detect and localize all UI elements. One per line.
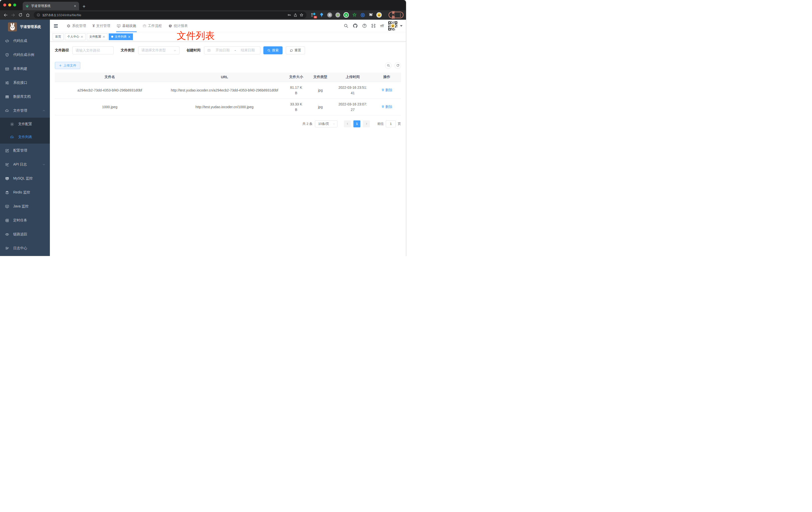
sidebar-item-file-management[interactable]: 文件管理 bbox=[0, 104, 50, 118]
search-button[interactable]: 搜索 bbox=[263, 47, 283, 54]
emoji-profile-icon[interactable] bbox=[376, 12, 382, 18]
reload-icon[interactable] bbox=[17, 12, 24, 18]
translate-extension-icon[interactable]: 11 bbox=[311, 12, 316, 18]
browser-menu-icon[interactable] bbox=[400, 13, 401, 17]
sidebar-item-file-config[interactable]: 文件配置 bbox=[0, 118, 50, 131]
toggle-search-icon[interactable] bbox=[385, 62, 392, 69]
sidebar-item-code-generation[interactable]: 代码生成 bbox=[0, 34, 50, 48]
page-size-select[interactable]: 10条/页 bbox=[315, 120, 338, 127]
sidebar-item-config-management[interactable]: 配置管理 bbox=[0, 144, 50, 157]
date-range-picker[interactable]: 开始日期 - 结束日期 bbox=[204, 47, 260, 54]
topnav-workflow[interactable]: 工作流程 bbox=[139, 20, 165, 32]
page-number-current[interactable]: 1 bbox=[353, 120, 360, 127]
pie-chart-icon bbox=[168, 24, 172, 28]
sidebar-item-file-list[interactable]: 文件列表 bbox=[0, 131, 50, 144]
address-bar[interactable]: 127.0.0.1:1024/infra/file/file bbox=[34, 11, 307, 19]
sidebar-item-scheduled-tasks[interactable]: 定时任务 bbox=[0, 213, 50, 227]
topnav-reports[interactable]: 统计报表 bbox=[165, 20, 191, 32]
sidebar-item-code-example[interactable]: 代码生成示例 bbox=[0, 48, 50, 62]
goto-page-input[interactable] bbox=[386, 120, 396, 127]
end-date-placeholder[interactable]: 结束日期 bbox=[238, 48, 257, 53]
tab-close-icon[interactable]: × bbox=[74, 4, 77, 8]
delete-button[interactable]: 删除 bbox=[381, 87, 392, 93]
help-icon[interactable] bbox=[362, 24, 367, 28]
dot-extension-icon[interactable] bbox=[336, 12, 340, 18]
fullscreen-icon[interactable] bbox=[371, 24, 376, 28]
close-icon[interactable] bbox=[81, 36, 83, 38]
tag-profile[interactable]: 个人中心 bbox=[65, 33, 86, 40]
home-icon[interactable] bbox=[25, 12, 31, 18]
url-text[interactable]: 127.0.0.1:1024/infra/file/file bbox=[42, 13, 81, 17]
sidebar-item-tracing[interactable]: 链路追踪 bbox=[0, 227, 50, 241]
close-icon[interactable] bbox=[103, 36, 105, 38]
github-icon[interactable] bbox=[353, 23, 358, 28]
cell-size: 81.17 KB bbox=[284, 82, 308, 98]
gem-extension-icon[interactable] bbox=[319, 12, 324, 18]
sidebar-item-api-log[interactable]: API 日志 bbox=[0, 157, 50, 172]
file-type-select[interactable]: 请选择文件类型 bbox=[138, 47, 179, 54]
tag-file-list[interactable]: 文件列表 bbox=[109, 33, 133, 40]
refresh-table-icon[interactable] bbox=[395, 62, 401, 69]
table-toolbar: 上传文件 bbox=[55, 62, 401, 69]
site-info-icon[interactable] bbox=[37, 13, 40, 17]
font-size-icon[interactable]: тT bbox=[380, 24, 384, 28]
start-date-placeholder[interactable]: 开始日期 bbox=[213, 48, 232, 53]
browser-update-button[interactable]: 更新 bbox=[388, 12, 404, 18]
zoom-window-button[interactable] bbox=[13, 3, 16, 6]
reset-button[interactable]: 重置 bbox=[286, 47, 305, 54]
y-extension-icon[interactable]: y bbox=[343, 12, 349, 18]
upload-file-button[interactable]: 上传文件 bbox=[55, 62, 80, 69]
tag-home[interactable]: 首页 bbox=[53, 33, 64, 40]
delete-button[interactable]: 删除 bbox=[381, 104, 392, 110]
sidebar-item-form-builder[interactable]: 表单构建 bbox=[0, 62, 50, 76]
sidebar-item-mysql-monitor[interactable]: MySQL 监控 bbox=[0, 172, 50, 185]
tag-file-config[interactable]: 文件配置 bbox=[87, 33, 108, 40]
col-filename: 文件名 bbox=[55, 72, 165, 82]
collapse-sidebar-icon[interactable] bbox=[53, 23, 59, 29]
next-page-button[interactable] bbox=[363, 120, 370, 127]
header-search-icon[interactable] bbox=[344, 24, 348, 28]
avatar-qr-code[interactable] bbox=[388, 21, 398, 31]
file-type-label: 文件类型 bbox=[121, 48, 135, 53]
topnav-infrastructure[interactable]: 基础设施 bbox=[113, 20, 139, 32]
sidebar-header[interactable]: 芋道管理系统 bbox=[0, 20, 50, 34]
file-path-input-field[interactable] bbox=[76, 48, 111, 52]
command-extension-icon[interactable]: ⌘ bbox=[327, 12, 332, 18]
cell-type: jpg bbox=[308, 98, 333, 115]
table-row: a294ecb2-73dd-4353-bf40-296b8931d0bf htt… bbox=[55, 82, 401, 98]
table-row: 1000.jpeg http://test.yudao.iocoder.cn/1… bbox=[55, 98, 401, 115]
sidebar-item-log-center[interactable]: 日志中心 bbox=[0, 241, 50, 255]
col-type: 文件类型 bbox=[308, 72, 333, 82]
file-path-input[interactable] bbox=[72, 47, 114, 54]
password-key-icon[interactable] bbox=[287, 13, 291, 17]
browser-tab[interactable]: 芋道管理系统 × bbox=[23, 2, 79, 10]
traffic-lights bbox=[3, 3, 16, 6]
sidebar-item-db-doc[interactable]: 数据库文档 bbox=[0, 90, 50, 104]
sidebar-item-java-monitor[interactable]: Java 监控 bbox=[0, 200, 50, 213]
minimize-window-button[interactable] bbox=[8, 3, 11, 6]
close-icon[interactable] bbox=[128, 36, 130, 38]
chevron-down-icon bbox=[333, 123, 335, 125]
close-window-button[interactable] bbox=[3, 3, 6, 6]
topnav-system[interactable]: 系统管理 bbox=[63, 20, 89, 32]
sidebar-item-redis-monitor[interactable]: Redis 监控 bbox=[0, 185, 50, 200]
back-icon[interactable] bbox=[2, 12, 9, 18]
plus-icon bbox=[59, 64, 62, 67]
puzzle-extensions-icon[interactable] bbox=[368, 12, 373, 18]
browser-window: 芋道管理系统 × + 127.0.0.1:1024/infra/file/fil… bbox=[0, 0, 406, 256]
new-tab-button[interactable]: + bbox=[83, 4, 86, 9]
avatar-dropdown-icon[interactable] bbox=[400, 25, 403, 27]
rings-extension-icon[interactable] bbox=[360, 12, 365, 18]
forward-icon[interactable] bbox=[10, 12, 17, 18]
edit-square-icon bbox=[5, 149, 9, 153]
extensions-bar: 11 ⌘ y bbox=[311, 12, 404, 18]
bookmark-star-icon[interactable] bbox=[299, 13, 303, 17]
star-extension-icon[interactable] bbox=[352, 12, 357, 18]
tab-title: 芋道管理系统 bbox=[31, 4, 71, 8]
sidebar-item-system-api[interactable]: 系统接口 bbox=[0, 76, 50, 90]
prev-page-button[interactable] bbox=[344, 120, 351, 127]
share-icon[interactable] bbox=[293, 13, 297, 17]
topnav-payment[interactable]: ¥ 支付管理 bbox=[89, 20, 113, 32]
pagination: 共 2 条 10条/页 1 前往 页 bbox=[55, 120, 401, 127]
cell-size: 33.33 KB bbox=[284, 98, 308, 115]
